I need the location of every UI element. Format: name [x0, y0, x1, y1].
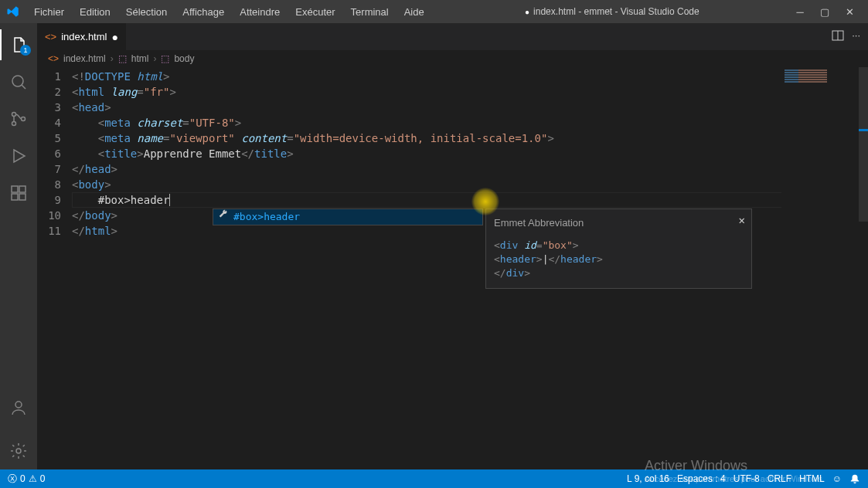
explorer-icon[interactable]: 1 [0, 29, 37, 60]
emmet-preview-code: <div id="box"> <header>|</header> </div> [494, 239, 744, 280]
status-encoding[interactable]: UTF-8 [734, 473, 760, 484]
titlebar: Fichier Edition Sélection Affichage Atte… [0, 0, 868, 23]
search-icon[interactable] [0, 66, 37, 97]
tab-label: index.html [61, 31, 107, 42]
status-spaces[interactable]: Espaces : 4 [677, 473, 726, 484]
line-numbers: 1 2 3 4 5 6 7 8 9 10 11 [37, 67, 72, 469]
status-bar: ⓧ0 ⚠0 L 9, col 16 Espaces : 4 UTF-8 CRLF… [0, 469, 868, 488]
activity-bar: 1 [0, 23, 37, 469]
source-control-icon[interactable] [0, 103, 37, 134]
html-file-icon: <> [45, 31, 56, 42]
svg-point-0 [12, 76, 23, 86]
dirty-indicator-icon: ● [111, 31, 117, 43]
close-icon[interactable]: ✕ [843, 5, 856, 18]
accounts-icon[interactable] [0, 392, 37, 423]
tab-index-html[interactable]: <> index.html ● [37, 23, 127, 50]
menu-selection[interactable]: Sélection [120, 3, 173, 21]
minimap[interactable] [781, 67, 859, 469]
svg-rect-6 [19, 194, 26, 200]
feedback-icon[interactable]: ☺ [832, 473, 842, 484]
suggest-widget[interactable]: #box>header [213, 208, 483, 225]
svg-point-9 [16, 449, 21, 453]
warning-icon: ⚠ [29, 473, 37, 484]
svg-point-1 [12, 113, 16, 117]
window-title: index.html - emmet - Visual Studio Code [434, 6, 791, 17]
close-icon[interactable]: ✕ [739, 212, 745, 228]
more-actions-icon[interactable]: ··· [852, 29, 860, 44]
extensions-icon[interactable] [0, 178, 37, 208]
menu-executer[interactable]: Exécuter [289, 3, 341, 21]
html-file-icon: <> [48, 53, 59, 64]
svg-rect-4 [12, 186, 18, 192]
breadcrumb-html[interactable]: html [131, 53, 149, 64]
menu-edition[interactable]: Edition [73, 3, 117, 21]
scrollbar[interactable] [859, 67, 868, 469]
error-icon: ⓧ [8, 473, 17, 486]
breadcrumb[interactable]: <> index.html › ⬚ html › ⬚ body [37, 50, 868, 67]
status-eol[interactable]: CRLF [768, 473, 791, 484]
split-editor-icon[interactable] [832, 29, 844, 44]
wrench-icon [218, 209, 229, 225]
svg-point-8 [15, 402, 22, 408]
suggest-label: #box>header [233, 209, 300, 225]
symbol-icon: ⬚ [161, 53, 169, 64]
chevron-right-icon: › [111, 53, 114, 64]
run-debug-icon[interactable] [0, 141, 37, 171]
menu-fichier[interactable]: Fichier [28, 3, 70, 21]
editor-area: <> index.html ● ··· <> index.html › ⬚ ht… [37, 23, 868, 469]
breadcrumb-body[interactable]: body [174, 53, 194, 64]
status-problems[interactable]: ⓧ0 ⚠0 [8, 473, 45, 486]
explorer-badge: 1 [20, 45, 31, 56]
svg-point-2 [12, 122, 16, 126]
menu-aide[interactable]: Aide [398, 3, 431, 21]
svg-point-3 [22, 117, 26, 121]
minimize-icon[interactable]: ─ [794, 5, 806, 18]
emmet-preview-popup: ✕ Emmet Abbreviation <div id="box"> <hea… [485, 208, 752, 289]
code-editor[interactable]: 1 2 3 4 5 6 7 8 9 10 11 <!DOCTYPE html> … [37, 67, 868, 469]
chevron-right-icon: › [153, 53, 156, 64]
emmet-popup-title: Emmet Abbreviation [494, 215, 744, 231]
menu-atteindre[interactable]: Atteindre [233, 3, 286, 21]
menu-affichage[interactable]: Affichage [176, 3, 230, 21]
code-content[interactable]: <!DOCTYPE html> <html lang="fr"> <head> … [72, 67, 868, 469]
breadcrumb-file[interactable]: index.html [63, 53, 106, 64]
notifications-icon[interactable] [849, 473, 860, 484]
status-cursor[interactable]: L 9, col 16 [627, 473, 669, 484]
menu-terminal[interactable]: Terminal [345, 3, 395, 21]
svg-rect-7 [19, 186, 26, 192]
status-language[interactable]: HTML [799, 473, 825, 484]
vscode-logo-icon [6, 5, 20, 19]
symbol-icon: ⬚ [118, 53, 127, 64]
svg-rect-5 [12, 194, 18, 200]
tab-bar: <> index.html ● ··· [37, 23, 868, 50]
settings-gear-icon[interactable] [0, 435, 37, 466]
maximize-icon[interactable]: ▢ [819, 5, 831, 18]
